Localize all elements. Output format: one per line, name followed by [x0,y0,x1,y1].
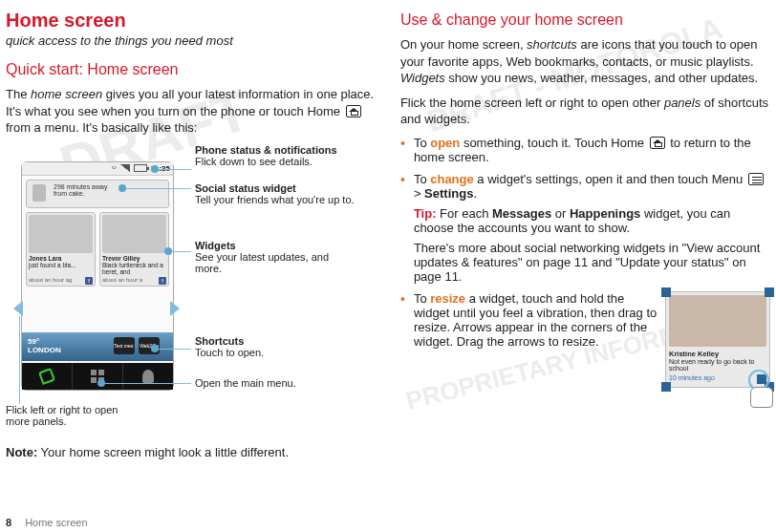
phone-mockup: ⌔ 11:35 298 minutes away from cake. Jon [21,161,174,391]
section-heading: Use & change your home screen [400,11,770,29]
page-subtitle: quick access to the things you need most [6,33,383,48]
pointer-hand-icon [743,370,775,408]
menu-icon [748,173,764,185]
section-name: Home screen [25,517,87,528]
resize-handle-icon [765,287,774,297]
avatar [669,295,766,347]
home-icon [346,105,361,117]
callout-flick-panels: Flick left or right to open more panels. [6,404,120,427]
right-column: Use & change your home screen On your ho… [400,10,770,468]
dialer-button [22,363,73,390]
intro-paragraph: The home screen gives you all your lates… [6,86,383,137]
left-column: Home screen quick access to the things y… [6,10,383,468]
contacts-button [123,363,173,390]
facebook-icon: f [85,277,93,285]
callout-dot [119,184,126,192]
widget-row: Jones Lara just found a bla... about an … [26,212,169,287]
widget-avatar [32,184,46,202]
phone-diagram: ⌔ 11:35 298 minutes away from cake. Jon [6,144,369,431]
list-item: To open something, touch it. Touch Home … [400,136,770,164]
signal-icon [120,164,130,172]
list-item: To change a widget's settings, open it a… [400,172,770,284]
resize-widget-example: Kristine Kelley Not even ready to go bac… [665,291,770,388]
battery-icon [134,164,147,172]
callout-social-widget: Social status widget Tell your friends w… [195,182,357,205]
widget-card: Jones Lara just found a bla... about an … [26,212,96,287]
avatar [102,215,166,253]
avatar [29,215,93,253]
callout-line [159,349,191,350]
callout-line [159,169,191,170]
home-icon [650,137,665,149]
callout-dot [151,345,159,352]
paragraph: Flick the home screen left or right to o… [400,95,770,128]
page-title: Home screen [6,10,383,32]
page-number: 8 [6,517,11,528]
note: Note: Your home screen might look a litt… [6,444,383,461]
chevron-left-icon [13,301,23,316]
callout-line [19,316,20,404]
callout-widgets: Widgets See your latest updates, and mor… [195,240,357,274]
callout-line [126,188,191,189]
facebook-icon: f [159,277,166,285]
callout-line [172,251,191,252]
page-footer: 8Home screen [6,517,88,528]
resize-handle-icon [661,382,671,392]
callout-shortcuts: Shortcuts Touch to open. [195,335,357,358]
callout-line [105,383,191,384]
widget-card: Trevor Gilley Black turtleneck and a ber… [99,212,169,287]
paragraph: On your home screen, shortcuts are icons… [400,36,770,87]
wifi-icon: ⌔ [112,164,117,173]
callout-dot [151,165,159,173]
panel-arrows [13,301,180,316]
social-status-widget: 298 minutes away from cake. [26,180,169,208]
callout-dot [164,247,172,255]
callout-dot [97,379,105,387]
section-heading: Quick start: Home screen [6,61,383,78]
chevron-right-icon [170,301,180,316]
list-item: Kristine Kelley Not even ready to go bac… [400,291,770,349]
shortcut-icon: Text mes: [114,337,135,354]
callout-main-menu: Open the main menu. [195,377,357,389]
callout-status: Phone status & notifications Flick down … [195,144,357,167]
resize-handle-icon [661,287,671,297]
